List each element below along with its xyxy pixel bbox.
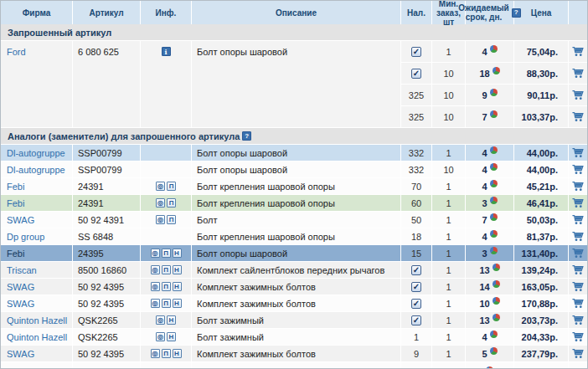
norms-icon[interactable]: Н	[173, 282, 182, 291]
brand-link[interactable]: SWAG	[1, 295, 73, 312]
photo-icon[interactable]: ◎	[156, 332, 165, 341]
applicability-icon[interactable]: П	[162, 299, 171, 308]
table-row[interactable]: Dp group SS 6848 Болт крепления шаровой …	[1, 228, 587, 245]
table-row[interactable]: Dl-autogruppe SSP00799 Болт опоры шарово…	[1, 161, 587, 178]
table-row[interactable]: Dl-autogruppe SSP00799 Болт опоры шарово…	[1, 145, 587, 161]
price-cell: 46,41р.	[514, 195, 569, 212]
expected-days-cell: 7	[466, 212, 514, 228]
analogs-list: Dl-autogruppe SSP00799 Болт опоры шарово…	[1, 145, 587, 369]
norms-icon[interactable]: Н	[173, 265, 182, 274]
price-cell: 44,00р.	[514, 145, 569, 161]
add-to-cart-button[interactable]	[572, 281, 584, 292]
add-to-cart-button[interactable]	[572, 331, 584, 342]
add-to-cart-button[interactable]	[572, 147, 584, 158]
applicability-icon[interactable]: П	[162, 249, 171, 258]
cart-icon	[572, 281, 584, 292]
photo-icon[interactable]: ◎	[151, 349, 160, 358]
photo-icon[interactable]: ◎	[156, 315, 165, 325]
photo-icon[interactable]: ◎	[156, 215, 165, 224]
add-to-cart-button[interactable]	[572, 68, 584, 79]
photo-icon[interactable]: ◎	[151, 282, 160, 291]
brand-link[interactable]: Febi	[1, 178, 73, 195]
applicability-icon[interactable]: П	[167, 215, 176, 224]
brand-link[interactable]: SWAG	[1, 212, 73, 228]
info-icons: ◎ПН	[141, 262, 192, 279]
cart-icon	[572, 46, 584, 57]
brand-link[interactable]: Quinton Hazell	[1, 312, 73, 329]
applicability-icon[interactable]: П	[167, 182, 176, 191]
brand-link[interactable]: Febi	[1, 245, 73, 262]
article-cell: 24395	[73, 245, 141, 262]
min-order-cell: 10	[432, 106, 466, 128]
add-to-cart-button[interactable]	[572, 231, 584, 242]
cart-cell	[569, 228, 587, 245]
description-cell: Болт опоры шаровой	[192, 145, 401, 161]
min-order-cell: 1	[432, 145, 466, 161]
table-row[interactable]: Quinton Hazell QSK2265 ◎Н Болт зажимный …	[1, 312, 587, 329]
norms-icon[interactable]: Н	[167, 315, 176, 325]
norms-icon[interactable]: Н	[173, 299, 182, 308]
add-to-cart-button[interactable]	[572, 348, 584, 359]
article-cell: QSK2265	[73, 312, 141, 329]
add-to-cart-button[interactable]	[572, 264, 584, 275]
brand-link[interactable]: Dl-autogruppe	[1, 161, 73, 178]
in-stock-checkbox-icon: ✓	[411, 282, 421, 292]
table-row[interactable]: Febi 24391 ◎П Болт крепления шаровой опо…	[1, 195, 587, 212]
info-icons	[141, 145, 192, 161]
table-row[interactable]: SWAG 50 92 4395 ◎ПН Комплект зажимных бо…	[1, 346, 587, 362]
table-row[interactable]: SWAG 50 92 4395 ◎ПН Комплект зажимных бо…	[1, 295, 587, 312]
brand-link[interactable]: Febi	[1, 195, 73, 212]
help-icon[interactable]: ?	[242, 131, 251, 141]
add-to-cart-button[interactable]	[572, 164, 584, 175]
add-to-cart-button[interactable]	[572, 90, 584, 100]
norms-icon[interactable]: Н	[173, 349, 182, 358]
cart-cell	[569, 178, 587, 195]
photo-icon[interactable]: ◎	[151, 299, 160, 308]
table-row[interactable]: SWAG 50 92 4395 ◎ПН Комплект зажимных бо…	[1, 279, 587, 295]
delivery-pie-icon	[490, 347, 498, 355]
brand-link[interactable]: SWAG	[1, 279, 73, 295]
min-order-cell: 1	[432, 195, 466, 212]
table-row[interactable]: Febi 24391 ◎П Болт крепления шаровой опо…	[1, 178, 587, 195]
add-to-cart-button[interactable]	[572, 298, 584, 309]
delivery-pie-icon	[490, 89, 498, 96]
brand-link[interactable]: Dp group	[1, 228, 73, 245]
brand-link[interactable]: Triscan	[1, 262, 73, 279]
brand-link[interactable]: Ford	[1, 41, 73, 128]
add-to-cart-button[interactable]	[572, 214, 584, 225]
add-to-cart-button[interactable]	[572, 111, 584, 122]
brand-link[interactable]: Quinton Hazell	[1, 329, 73, 346]
applicability-icon[interactable]: П	[162, 282, 171, 291]
cart-icon	[572, 248, 584, 259]
info-icons: ◎П	[141, 195, 192, 212]
table-row[interactable]: Triscan 8500 16860 ◎ПН Комплект сайлентб…	[1, 262, 587, 279]
norms-icon[interactable]: Н	[167, 332, 176, 341]
add-to-cart-button[interactable]	[572, 46, 584, 57]
photo-icon[interactable]: ◎	[151, 249, 160, 258]
add-to-cart-button[interactable]	[572, 248, 584, 259]
brand-link[interactable]: Dl-autogruppe	[1, 145, 73, 161]
col-availability: Нал.	[401, 1, 432, 24]
photo-icon[interactable]: ◎	[156, 198, 165, 208]
photo-icon[interactable]: ◎	[156, 182, 165, 191]
applicability-icon[interactable]: П	[162, 349, 171, 358]
add-to-cart-button[interactable]	[572, 315, 584, 325]
col-description: Описание	[192, 1, 401, 24]
delivery-pie-icon	[490, 163, 498, 171]
section-analogs: Аналоги (заменители) для запрошенного ар…	[1, 128, 587, 145]
applicability-icon[interactable]: П	[162, 265, 171, 274]
applicability-icon[interactable]: П	[167, 198, 176, 208]
add-to-cart-button[interactable]	[572, 197, 584, 208]
table-row[interactable]: SWAG 50 92 4391 ◎П Болт 50 1 7 50,03р.	[1, 212, 587, 228]
col-info: Инф.	[141, 1, 192, 24]
price-cell: 204,33р.	[514, 329, 569, 346]
cart-cell	[569, 295, 587, 312]
add-to-cart-button[interactable]	[572, 181, 584, 192]
table-row[interactable]: Quinton Hazell QSK2265 ◎Н Болт зажимный …	[1, 329, 587, 346]
cart-cell	[569, 262, 587, 279]
info-icon[interactable]: i	[162, 47, 171, 56]
brand-link[interactable]: SWAG	[1, 346, 73, 362]
norms-icon[interactable]: Н	[173, 249, 182, 258]
photo-icon[interactable]: ◎	[151, 265, 160, 274]
table-row[interactable]: Febi 24395 ◎ПН Болт опоры шаровой 15 1 3…	[1, 245, 587, 262]
